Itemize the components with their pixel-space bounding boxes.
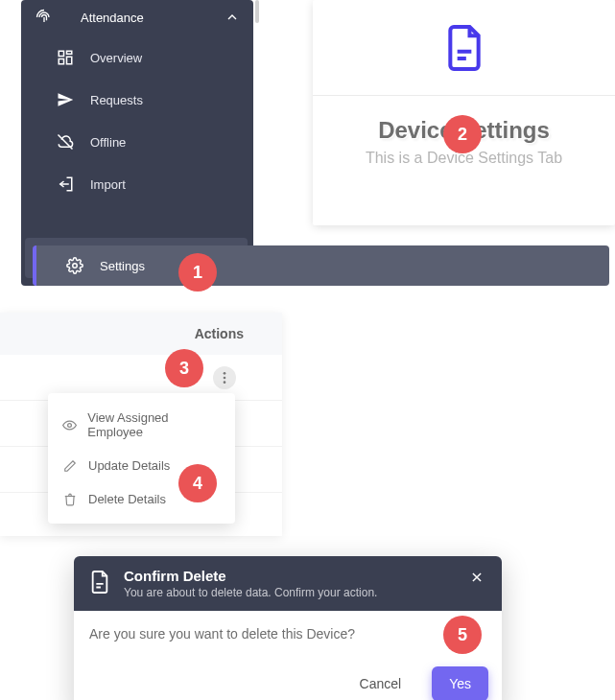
sidebar-item-label: Overview — [90, 51, 142, 65]
dialog-subtitle: You are about to delete data. Confirm yo… — [124, 586, 467, 599]
eye-icon — [61, 418, 78, 432]
svg-rect-3 — [59, 59, 63, 64]
step-badge-5: 5 — [443, 616, 482, 654]
table-header-actions: Actions — [0, 313, 282, 355]
sidebar-item-offline[interactable]: Offline — [21, 121, 253, 163]
chevron-up-icon — [225, 10, 240, 25]
menu-item-label: Delete Details — [88, 492, 166, 506]
send-icon — [56, 90, 75, 109]
sidebar-item-label: Settings — [100, 259, 145, 273]
sidebar: Attendance Overview Requests Offline — [21, 0, 253, 286]
dialog-footer: Cancel Yes — [74, 657, 502, 700]
close-icon[interactable] — [467, 568, 486, 587]
menu-item-label: View Assigned Employee — [87, 410, 222, 439]
svg-rect-2 — [67, 57, 72, 64]
yes-button[interactable]: Yes — [432, 666, 488, 700]
grid-icon — [56, 48, 75, 67]
import-icon — [56, 175, 75, 194]
gear-icon — [65, 256, 84, 275]
step-badge-3: 3 — [165, 349, 203, 387]
actions-table: Actions View Assigned Employee Update De… — [0, 313, 282, 536]
svg-point-13 — [224, 372, 226, 375]
sidebar-section-header[interactable]: Attendance — [21, 0, 253, 36]
dialog-title: Confirm Delete — [124, 568, 467, 584]
cloud-off-icon — [56, 132, 75, 152]
sidebar-item-requests[interactable]: Requests — [21, 79, 253, 121]
sidebar-item-label: Import — [90, 177, 126, 192]
confirm-delete-dialog: Confirm Delete You are about to delete d… — [74, 556, 502, 700]
svg-rect-1 — [67, 51, 72, 54]
sidebar-item-settings[interactable]: Settings — [33, 245, 609, 286]
menu-item-label: Update Details — [88, 458, 170, 473]
sidebar-item-overview[interactable]: Overview — [21, 36, 253, 79]
scrollbar[interactable] — [255, 0, 259, 23]
panel-header — [313, 0, 615, 96]
row-actions-menu: View Assigned Employee Update Details De… — [48, 393, 235, 524]
svg-point-19 — [68, 423, 72, 427]
sidebar-item-import[interactable]: Import — [21, 163, 253, 205]
device-settings-panel: Device Settings This is a Device Setting… — [313, 0, 615, 225]
fingerprint-icon — [35, 8, 54, 27]
svg-point-14 — [224, 376, 226, 379]
pencil-icon — [61, 459, 79, 473]
step-badge-1: 1 — [178, 253, 217, 292]
dialog-header: Confirm Delete You are about to delete d… — [74, 556, 502, 611]
row-actions-button[interactable] — [213, 366, 236, 389]
cancel-button[interactable]: Cancel — [343, 666, 419, 700]
file-icon — [443, 23, 485, 73]
svg-rect-0 — [59, 51, 63, 56]
trash-icon — [61, 493, 79, 506]
svg-point-15 — [224, 381, 226, 384]
file-icon — [89, 570, 110, 595]
sidebar-item-label: Offline — [90, 135, 126, 150]
sidebar-item-label: Requests — [90, 93, 143, 107]
step-badge-2: 2 — [443, 115, 482, 153]
step-badge-4: 4 — [178, 464, 217, 502]
dialog-body: Are you sure you want to delete this Dev… — [74, 611, 502, 657]
svg-point-10 — [73, 264, 78, 268]
sidebar-header-label: Attendance — [81, 11, 225, 25]
menu-item-view[interactable]: View Assigned Employee — [48, 401, 235, 449]
